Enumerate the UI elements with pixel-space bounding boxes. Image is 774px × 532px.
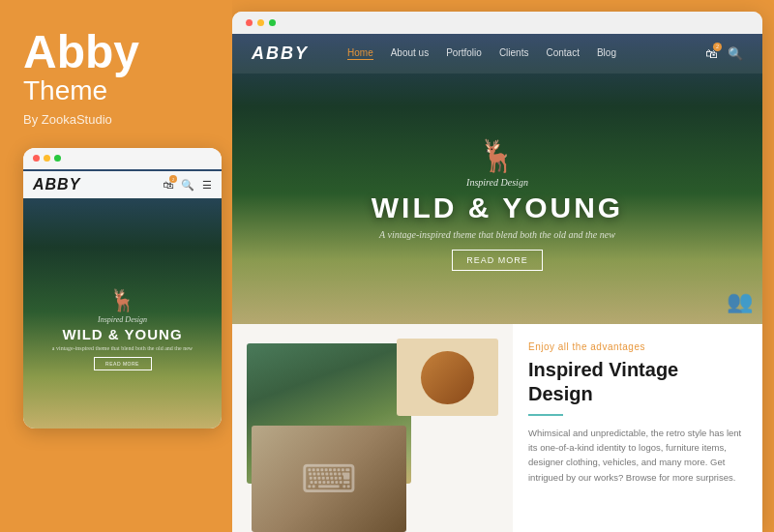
desktop-navbar: ABBY Home About us Portfolio Clients Con… bbox=[232, 34, 762, 74]
enjoy-label: Enjoy all the advantages bbox=[528, 341, 747, 352]
theme-title: Abby bbox=[23, 29, 209, 75]
cart-icon[interactable]: 🛍 2 bbox=[705, 46, 718, 62]
desktop-hero: ABBY Home About us Portfolio Clients Con… bbox=[232, 34, 762, 324]
cart-icon: 🛍 2 bbox=[163, 179, 173, 191]
bottom-description: Whimsical and unpredictable, the retro s… bbox=[528, 426, 747, 485]
circle-object-image bbox=[397, 339, 498, 416]
theme-subtitle: Theme bbox=[23, 75, 209, 106]
mobile-wild-title: WILD & YOUNG bbox=[23, 326, 222, 342]
typewriter-image: ⌨ bbox=[252, 426, 406, 532]
theme-by: By ZookaStudio bbox=[23, 112, 209, 127]
mobile-logo: ABBY bbox=[33, 176, 80, 193]
desktop-bottom-section: ⌨ Enjoy all the advantages Inspired Vint… bbox=[232, 324, 762, 532]
mobile-desc-text: a vintage-inspired theme that blend both… bbox=[23, 345, 222, 351]
search-icon[interactable]: 🔍 bbox=[728, 46, 743, 62]
nav-blog[interactable]: Blog bbox=[597, 47, 616, 60]
teal-divider bbox=[528, 414, 563, 416]
mobile-dots bbox=[23, 148, 222, 168]
menu-icon[interactable]: ☰ bbox=[202, 179, 212, 192]
desktop-deer-icon: 🦌 bbox=[232, 137, 762, 174]
desktop-dot-red bbox=[246, 19, 253, 26]
dot-yellow bbox=[44, 155, 50, 162]
mobile-hero-content: 🦌 Inspired Design WILD & YOUNG a vintage… bbox=[23, 288, 222, 370]
desktop-logo: ABBY bbox=[252, 44, 309, 64]
mobile-deer-icon: 🦌 bbox=[23, 288, 222, 313]
nav-portfolio[interactable]: Portfolio bbox=[446, 47, 482, 60]
desktop-topbar bbox=[232, 12, 762, 34]
nav-about[interactable]: About us bbox=[391, 47, 429, 60]
mobile-inspired-text: Inspired Design bbox=[23, 315, 222, 324]
mobile-nav-icons: 🛍 2 🔍 ☰ bbox=[163, 179, 212, 192]
desktop-dot-yellow bbox=[257, 19, 264, 26]
desktop-hero-content: 🦌 Inspired Design WILD & YOUNG A vintage… bbox=[232, 137, 762, 271]
desktop-inspired-text: Inspired Design bbox=[232, 177, 762, 188]
desktop-nav-icons: 🛍 2 🔍 bbox=[705, 46, 743, 62]
bottom-images: ⌨ bbox=[232, 324, 513, 532]
inspired-vintage-title: Inspired Vintage Design bbox=[528, 358, 747, 406]
mobile-read-more-button[interactable]: READ MORE bbox=[94, 357, 152, 370]
nav-contact[interactable]: Contact bbox=[546, 47, 579, 60]
typewriter-icon: ⌨ bbox=[301, 457, 357, 502]
mobile-mockup: ABBY 🛍 2 🔍 ☰ 🦌 Inspired Design WILD & YO… bbox=[23, 148, 222, 429]
desktop-nav-links: Home About us Portfolio Clients Contact … bbox=[347, 47, 705, 60]
desktop-tagline-text: A vintage-inspired theme that blend both… bbox=[232, 229, 762, 240]
search-icon[interactable]: 🔍 bbox=[181, 179, 194, 192]
right-panel: ABBY Home About us Portfolio Clients Con… bbox=[232, 12, 762, 532]
desktop-read-more-button[interactable]: READ MORE bbox=[452, 250, 543, 271]
nav-clients[interactable]: Clients bbox=[499, 47, 529, 60]
hillside-people-icon: 👥 bbox=[727, 289, 753, 314]
mobile-nav: ABBY 🛍 2 🔍 ☰ bbox=[23, 171, 222, 198]
nav-home[interactable]: Home bbox=[347, 47, 373, 60]
dot-green bbox=[54, 155, 61, 162]
dot-red bbox=[33, 155, 40, 162]
desktop-wild-title: WILD & YOUNG bbox=[232, 192, 762, 224]
circle-object bbox=[421, 351, 474, 404]
desktop-dot-green bbox=[269, 19, 276, 26]
bottom-text: Enjoy all the advantages Inspired Vintag… bbox=[513, 324, 762, 532]
left-panel: Abby Theme By ZookaStudio ABBY 🛍 2 🔍 ☰ 🦌… bbox=[0, 0, 232, 532]
